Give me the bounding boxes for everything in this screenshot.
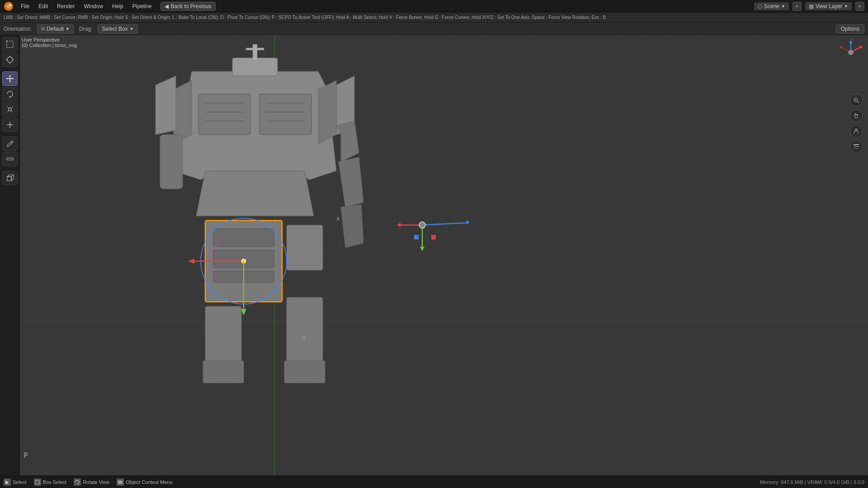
svg-rect-40 (259, 94, 311, 135)
viewlayer-dropdown-icon: ▼ (844, 4, 848, 9)
window-controls[interactable]: ✕ (793, 2, 802, 11)
svg-marker-77 (466, 220, 470, 225)
svg-rect-93 (118, 482, 123, 483)
svg-marker-14 (6, 78, 8, 80)
move-icon (6, 75, 14, 83)
svg-rect-53 (287, 297, 323, 361)
svg-point-4 (6, 41, 7, 42)
scene-dropdown-icon: ▼ (781, 4, 785, 9)
svg-line-84 (858, 102, 859, 103)
svg-marker-59 (188, 258, 194, 264)
svg-rect-82 (431, 235, 436, 239)
back-to-previous-button[interactable]: ◀ Back to Previous (160, 2, 215, 11)
svg-line-21 (11, 111, 13, 113)
menu-render[interactable]: Render (53, 2, 78, 10)
svg-rect-39 (198, 94, 250, 135)
svg-rect-37 (253, 44, 257, 60)
svg-marker-12 (9, 75, 11, 76)
svg-marker-79 (420, 247, 425, 251)
rotate-view-icon (74, 479, 81, 486)
svg-line-34 (7, 175, 9, 177)
svg-point-72 (859, 46, 862, 48)
scene-selector[interactable]: ⬡ Scene ▼ (754, 2, 789, 10)
top-right-controls: ⬡ Scene ▼ ✕ ▦ View Layer ▼ ✕ (754, 2, 864, 11)
cursor-tool-button[interactable] (2, 52, 18, 67)
svg-point-2 (9, 4, 12, 6)
back-arrow-icon: ◀ (165, 3, 169, 9)
viewport-3d[interactable]: User Perspective (0) Collection | torso_… (20, 35, 868, 475)
svg-rect-91 (36, 480, 39, 484)
svg-point-71 (849, 41, 852, 44)
svg-marker-13 (9, 81, 11, 83)
measure-icon (6, 155, 14, 163)
cursor-icon (6, 56, 14, 64)
svg-rect-28 (7, 158, 13, 160)
svg-line-27 (11, 142, 12, 143)
move-tool-button[interactable] (2, 71, 18, 86)
rotate-tool-button[interactable] (2, 87, 18, 101)
toolbar-row: Orientation: ⊞ Default ▼ Drag: Select Bo… (0, 23, 868, 35)
context-menu-status[interactable]: Object Context Menu (117, 479, 172, 486)
right-viewport-controls (850, 94, 863, 153)
menu-pipeline[interactable]: Pipeline (129, 2, 156, 10)
svg-point-80 (419, 222, 425, 228)
svg-rect-89 (854, 146, 859, 147)
svg-point-22 (9, 124, 11, 126)
drag-dropdown[interactable]: Select Box ▼ (98, 24, 137, 33)
menu-file[interactable]: File (17, 2, 33, 10)
svg-line-76 (422, 223, 467, 225)
table-button[interactable] (850, 140, 863, 153)
svg-rect-81 (414, 235, 419, 239)
status-bar: Select Box Select Rotate View Object Con… (0, 475, 868, 488)
svg-rect-52 (160, 135, 183, 189)
select-status[interactable]: Select (4, 479, 27, 486)
rotate-icon (6, 90, 14, 98)
box-select-status[interactable]: Box Select (34, 479, 67, 486)
annotate-tool-button[interactable] (2, 136, 18, 151)
svg-rect-51 (287, 225, 323, 270)
select-box-icon (6, 40, 14, 48)
svg-point-73 (840, 46, 842, 48)
transform-icon (6, 121, 14, 129)
select-box-tool-button[interactable] (2, 37, 18, 52)
svg-marker-75 (397, 223, 401, 227)
svg-rect-32 (7, 177, 11, 181)
person-button[interactable] (850, 125, 863, 137)
svg-line-35 (11, 175, 14, 177)
scale-tool-button[interactable] (2, 102, 18, 117)
svg-rect-38 (246, 48, 264, 50)
orientation-dropdown[interactable]: ⊞ Default ▼ (37, 24, 74, 33)
viewport-axis-gizmo[interactable]: Z (837, 39, 864, 66)
grab-button[interactable] (850, 109, 863, 122)
svg-line-20 (7, 111, 9, 113)
zoom-in-button[interactable] (850, 94, 863, 107)
menu-window[interactable]: Window (80, 2, 107, 10)
p-key-indicator: P (24, 451, 28, 460)
robot-svg: Z X Y (146, 44, 363, 383)
menu-help[interactable]: Help (108, 2, 127, 10)
svg-marker-62 (241, 309, 246, 315)
svg-rect-88 (854, 144, 859, 145)
left-toolbar (0, 35, 20, 475)
scene-icon: ⬡ (758, 3, 762, 9)
main-area: User Perspective (0) Collection | torso_… (0, 35, 868, 475)
select-icon (4, 479, 11, 486)
svg-rect-48 (213, 229, 274, 247)
transform-tool-button[interactable] (2, 117, 18, 132)
svg-rect-94 (118, 483, 123, 484)
viewlayer-selector[interactable]: ▦ View Layer ▼ (805, 2, 852, 10)
rotate-view-status[interactable]: Rotate View (74, 479, 109, 486)
add-object-tool-button[interactable] (2, 171, 18, 185)
svg-line-19 (11, 106, 13, 108)
measure-tool-button[interactable] (2, 152, 18, 166)
drag-label: Drag: (79, 26, 92, 32)
memory-status: Memory: 647.6 MiB | VRAM: 0.5/4.0 GiB | … (760, 479, 864, 485)
options-button[interactable]: Options (836, 24, 864, 33)
svg-rect-55 (205, 306, 241, 365)
svg-text:Z: Z (271, 62, 274, 68)
svg-text:X: X (336, 216, 340, 221)
viewlayer-close[interactable]: ✕ (855, 2, 864, 11)
svg-rect-92 (118, 481, 123, 482)
orientation-chevron-icon: ▼ (66, 27, 70, 31)
menu-edit[interactable]: Edit (35, 2, 52, 10)
